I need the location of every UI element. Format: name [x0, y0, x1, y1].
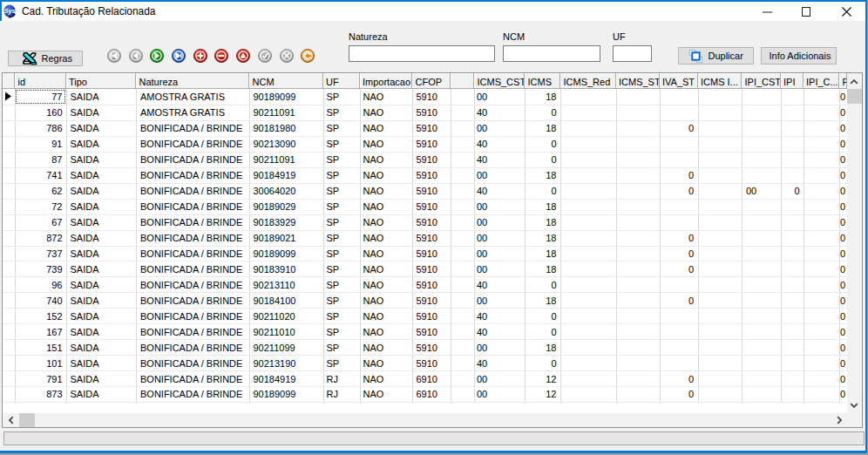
svg-text:Sys: Sys: [4, 7, 16, 15]
